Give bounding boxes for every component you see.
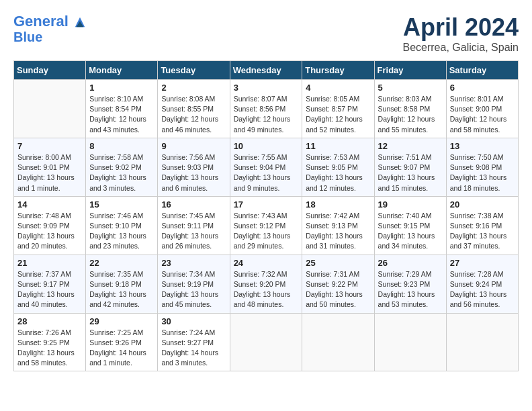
day-info: Sunrise: 7:45 AMSunset: 9:11 PMDaylight:… [161,211,226,252]
day-info: Sunrise: 7:35 AMSunset: 9:18 PMDaylight:… [89,269,154,310]
calendar-cell [446,313,518,371]
day-info: Sunrise: 7:48 AMSunset: 9:09 PMDaylight:… [17,211,82,252]
day-number: 17 [234,199,299,210]
day-header-thursday: Thursday [302,61,374,80]
day-number: 5 [378,83,443,93]
calendar-cell: 1Sunrise: 8:10 AMSunset: 8:54 PMDaylight… [86,80,158,138]
day-number: 7 [17,141,82,151]
calendar-cell [374,313,446,371]
day-header-wednesday: Wednesday [230,61,302,80]
day-number: 28 [17,316,82,326]
calendar-cell [230,313,302,371]
day-number: 18 [306,199,370,210]
calendar-cell: 15Sunrise: 7:46 AMSunset: 9:10 PMDayligh… [86,196,158,255]
day-header-tuesday: Tuesday [158,61,230,80]
day-number: 2 [161,83,226,93]
week-row-1: 1Sunrise: 8:10 AMSunset: 8:54 PMDaylight… [14,80,519,138]
calendar-cell: 3Sunrise: 8:07 AMSunset: 8:56 PMDaylight… [230,80,302,138]
day-info: Sunrise: 7:24 AMSunset: 9:27 PMDaylight:… [161,328,226,369]
day-info: Sunrise: 7:31 AMSunset: 9:22 PMDaylight:… [306,269,370,310]
day-info: Sunrise: 7:58 AMSunset: 9:02 PMDaylight:… [89,152,154,193]
day-info: Sunrise: 8:10 AMSunset: 8:54 PMDaylight:… [89,94,154,135]
day-info: Sunrise: 7:29 AMSunset: 9:23 PMDaylight:… [378,269,443,310]
calendar-cell: 17Sunrise: 7:43 AMSunset: 9:12 PMDayligh… [230,196,302,255]
day-number: 14 [17,199,82,210]
day-number: 4 [306,83,370,93]
day-number: 11 [306,141,370,151]
calendar-cell: 14Sunrise: 7:48 AMSunset: 9:09 PMDayligh… [14,196,86,255]
day-info: Sunrise: 8:05 AMSunset: 8:57 PMDaylight:… [306,94,370,135]
calendar-cell: 19Sunrise: 7:40 AMSunset: 9:15 PMDayligh… [374,196,446,255]
calendar-cell: 10Sunrise: 7:55 AMSunset: 9:04 PMDayligh… [230,138,302,196]
day-number: 10 [234,141,299,151]
calendar-cell: 26Sunrise: 7:29 AMSunset: 9:23 PMDayligh… [374,255,446,313]
title-area: April 2024 Becerrea, Galicia, Spain [402,13,519,54]
day-header-friday: Friday [374,61,446,80]
logo: General Blue [13,13,86,44]
day-info: Sunrise: 7:46 AMSunset: 9:10 PMDaylight:… [89,211,154,252]
calendar-cell: 9Sunrise: 7:56 AMSunset: 9:03 PMDaylight… [158,138,230,196]
day-info: Sunrise: 7:25 AMSunset: 9:26 PMDaylight:… [89,328,154,369]
week-row-2: 7Sunrise: 8:00 AMSunset: 9:01 PMDaylight… [14,138,519,196]
day-info: Sunrise: 7:26 AMSunset: 9:25 PMDaylight:… [17,328,82,369]
day-info: Sunrise: 7:37 AMSunset: 9:17 PMDaylight:… [17,269,82,310]
day-header-sunday: Sunday [14,61,86,80]
calendar-cell [302,313,374,371]
day-info: Sunrise: 8:07 AMSunset: 8:56 PMDaylight:… [234,94,299,135]
day-info: Sunrise: 8:08 AMSunset: 8:55 PMDaylight:… [161,94,226,135]
page-header: General Blue April 2024 Becerrea, Galici… [13,13,519,54]
day-info: Sunrise: 7:28 AMSunset: 9:24 PMDaylight:… [450,269,515,310]
day-info: Sunrise: 8:01 AMSunset: 9:00 PMDaylight:… [450,94,515,135]
calendar-table: SundayMondayTuesdayWednesdayThursdayFrid… [13,60,519,371]
logo-general: General [13,13,69,30]
day-number: 15 [89,199,154,210]
day-number: 9 [161,141,226,151]
day-number: 20 [450,199,515,210]
month-title: April 2024 [402,13,519,42]
day-info: Sunrise: 7:38 AMSunset: 9:16 PMDaylight:… [450,211,515,252]
day-info: Sunrise: 7:32 AMSunset: 9:20 PMDaylight:… [234,269,299,310]
day-info: Sunrise: 8:03 AMSunset: 8:58 PMDaylight:… [378,94,443,135]
calendar-cell: 29Sunrise: 7:25 AMSunset: 9:26 PMDayligh… [86,313,158,371]
calendar-cell: 22Sunrise: 7:35 AMSunset: 9:18 PMDayligh… [86,255,158,313]
day-info: Sunrise: 7:55 AMSunset: 9:04 PMDaylight:… [234,152,299,193]
calendar-cell: 4Sunrise: 8:05 AMSunset: 8:57 PMDaylight… [302,80,374,138]
day-info: Sunrise: 7:56 AMSunset: 9:03 PMDaylight:… [161,152,226,193]
calendar-cell: 13Sunrise: 7:50 AMSunset: 9:08 PMDayligh… [446,138,518,196]
day-number: 23 [161,258,226,268]
logo-blue: Blue [13,30,86,44]
day-number: 21 [17,258,82,268]
day-info: Sunrise: 8:00 AMSunset: 9:01 PMDaylight:… [17,152,82,193]
day-info: Sunrise: 7:50 AMSunset: 9:08 PMDaylight:… [450,152,515,193]
day-number: 12 [378,141,443,151]
day-number: 13 [450,141,515,151]
day-number: 16 [161,199,226,210]
calendar-cell: 25Sunrise: 7:31 AMSunset: 9:22 PMDayligh… [302,255,374,313]
calendar-cell: 28Sunrise: 7:26 AMSunset: 9:25 PMDayligh… [14,313,86,371]
day-header-monday: Monday [86,61,158,80]
calendar-cell: 7Sunrise: 8:00 AMSunset: 9:01 PMDaylight… [14,138,86,196]
week-row-4: 21Sunrise: 7:37 AMSunset: 9:17 PMDayligh… [14,255,519,313]
calendar-cell: 11Sunrise: 7:53 AMSunset: 9:05 PMDayligh… [302,138,374,196]
week-row-5: 28Sunrise: 7:26 AMSunset: 9:25 PMDayligh… [14,313,519,371]
day-info: Sunrise: 7:34 AMSunset: 9:19 PMDaylight:… [161,269,226,310]
day-number: 22 [89,258,154,268]
day-header-saturday: Saturday [446,61,518,80]
logo-icon [74,16,86,28]
day-number: 29 [89,316,154,326]
calendar-cell: 30Sunrise: 7:24 AMSunset: 9:27 PMDayligh… [158,313,230,371]
day-number: 24 [234,258,299,268]
calendar-cell: 2Sunrise: 8:08 AMSunset: 8:55 PMDaylight… [158,80,230,138]
calendar-cell: 12Sunrise: 7:51 AMSunset: 9:07 PMDayligh… [374,138,446,196]
day-info: Sunrise: 7:42 AMSunset: 9:13 PMDaylight:… [306,211,370,252]
calendar-cell: 5Sunrise: 8:03 AMSunset: 8:58 PMDaylight… [374,80,446,138]
calendar-cell: 18Sunrise: 7:42 AMSunset: 9:13 PMDayligh… [302,196,374,255]
location: Becerrea, Galicia, Spain [402,42,519,54]
calendar-cell: 16Sunrise: 7:45 AMSunset: 9:11 PMDayligh… [158,196,230,255]
day-number: 26 [378,258,443,268]
day-number: 30 [161,316,226,326]
day-number: 1 [89,83,154,93]
calendar-header-row: SundayMondayTuesdayWednesdayThursdayFrid… [14,61,519,80]
day-number: 6 [450,83,515,93]
day-number: 27 [450,258,515,268]
